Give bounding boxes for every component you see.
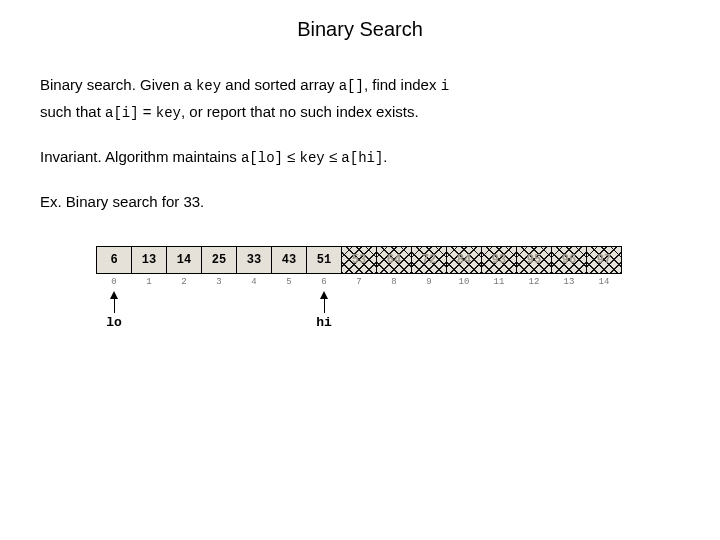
array-cell-value: 53 [352, 253, 366, 267]
array-cell-value: 6 [110, 253, 117, 267]
array-cell-value: 97 [597, 253, 611, 267]
array-index-cell: 4 [236, 274, 272, 287]
array-cell: 53 [341, 246, 377, 274]
array-cell-value: 43 [282, 253, 296, 267]
def-t2: and sorted array [221, 76, 339, 93]
array-index-cell: 14 [586, 274, 622, 287]
array-cell-value: 64 [387, 253, 401, 267]
pointer-slot [131, 289, 167, 330]
array-index-cell: 13 [551, 274, 587, 287]
array-index-cell: 12 [516, 274, 552, 287]
pointer-slot [516, 289, 552, 330]
array-cell: 97 [586, 246, 622, 274]
def-ai: a[i] [105, 105, 139, 121]
array-cell: 33 [236, 246, 272, 274]
array-cell-value: 25 [212, 253, 226, 267]
def-t5: = [139, 103, 156, 120]
array-index-cell: 8 [376, 274, 412, 287]
array-cell: 43 [271, 246, 307, 274]
inv-t1: Algorithm maintains [102, 148, 241, 165]
def-t4: such that [40, 103, 105, 120]
array-cell-value: 33 [247, 253, 261, 267]
definition-paragraph: Binary search. Given a key and sorted ar… [40, 75, 680, 96]
array-index-cell: 6 [306, 274, 342, 287]
array-cell: 51 [306, 246, 342, 274]
array-cell-value: 84 [457, 253, 471, 267]
array-index-cell: 7 [341, 274, 377, 287]
def-key: key [196, 78, 221, 94]
inv-alo: a[lo] [241, 150, 283, 166]
array-cell: 96 [551, 246, 587, 274]
array-cell-value: 51 [317, 253, 331, 267]
definition-paragraph-2: such that a[i] = key, or report that no … [40, 102, 680, 123]
array-index-cell: 2 [166, 274, 202, 287]
array-cell-value: 96 [562, 253, 576, 267]
def-t1: Given a [136, 76, 196, 93]
array-cell: 64 [376, 246, 412, 274]
pointer-slot: hi [306, 289, 342, 330]
array-cell: 93 [481, 246, 517, 274]
def-t3: , find index [364, 76, 441, 93]
pointer-slot [236, 289, 272, 330]
array-cell: 84 [446, 246, 482, 274]
array-cell: 14 [166, 246, 202, 274]
array-cell: 72 [411, 246, 447, 274]
pointer-slot [586, 289, 622, 330]
def-i: i [441, 78, 449, 94]
array-cell: 25 [201, 246, 237, 274]
invariant-paragraph: Invariant. Algorithm maintains a[lo] ≤ k… [40, 147, 680, 168]
inv-t2: . [383, 148, 387, 165]
array-cell-value: 72 [422, 253, 436, 267]
lo-label: lo [106, 315, 122, 330]
inv-lead: Invariant. [40, 148, 102, 165]
pointer-slot [551, 289, 587, 330]
array-cell-value: 95 [527, 253, 541, 267]
array-index-cell: 3 [201, 274, 237, 287]
pointer-slot [411, 289, 447, 330]
inv-le1: ≤ [283, 148, 300, 165]
page-title: Binary Search [40, 18, 680, 41]
array-pointer-row: lohi [96, 289, 680, 330]
array-index-cell: 0 [96, 274, 132, 287]
arrow-stem [114, 299, 115, 313]
def-lead: Binary search. [40, 76, 136, 93]
arrow-up-icon [320, 291, 328, 299]
hi-label: hi [316, 315, 332, 330]
arrow-up-icon [110, 291, 118, 299]
array-index-cell: 9 [411, 274, 447, 287]
array-cell-value: 14 [177, 253, 191, 267]
inv-ahi: a[hi] [341, 150, 383, 166]
array-cell: 95 [516, 246, 552, 274]
def-t6: , or report that no such index exists. [181, 103, 419, 120]
pointer-slot [271, 289, 307, 330]
array-index-cell: 11 [481, 274, 517, 287]
pointer-slot [376, 289, 412, 330]
pointer-slot [446, 289, 482, 330]
array-index-cell: 10 [446, 274, 482, 287]
pointer-slot [481, 289, 517, 330]
array-cell-value: 93 [492, 253, 506, 267]
arrow-stem [324, 299, 325, 313]
array-cell: 13 [131, 246, 167, 274]
array-index-cell: 5 [271, 274, 307, 287]
array-cell-value: 13 [142, 253, 156, 267]
pointer-slot [341, 289, 377, 330]
array-diagram: 61314253343515364728493959697 0123456789… [96, 246, 680, 330]
ex-t1: Binary search for 33. [62, 193, 205, 210]
pointer-slot: lo [96, 289, 132, 330]
array-index-cell: 1 [131, 274, 167, 287]
def-key2: key [156, 105, 181, 121]
array-index-row: 01234567891011121314 [96, 274, 680, 287]
pointer-slot [201, 289, 237, 330]
array-value-row: 61314253343515364728493959697 [96, 246, 680, 274]
pointer-slot [166, 289, 202, 330]
array-cell: 6 [96, 246, 132, 274]
ex-lead: Ex. [40, 193, 62, 210]
def-arr: a[] [339, 78, 364, 94]
inv-le2: ≤ [325, 148, 342, 165]
inv-key: key [300, 150, 325, 166]
example-paragraph: Ex. Binary search for 33. [40, 192, 680, 212]
